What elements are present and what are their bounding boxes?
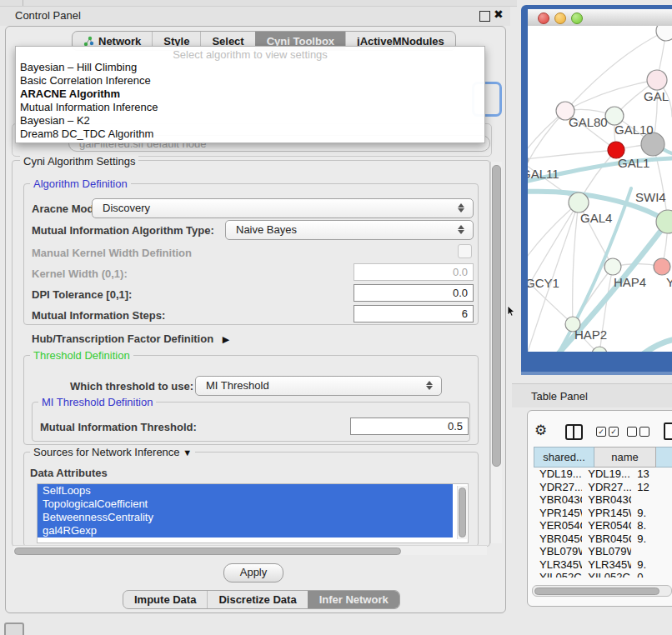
apply-button[interactable]: Apply xyxy=(223,563,283,582)
attribute-item-selfloops[interactable]: SelfLoops xyxy=(38,484,453,498)
attribute-item-topologicalcoefficient[interactable]: TopologicalCoefficient xyxy=(38,498,453,511)
node-label: GAL xyxy=(644,89,669,103)
network-view[interactable]: GALGAL80GAL10GAL1GAL11SWI4GAL4GCY1HAP4YH… xyxy=(528,26,672,352)
table-row[interactable]: YIL052CYIL052C0. xyxy=(534,571,672,578)
algorithm-option-bayesian-k2[interactable]: Bayesian – K2 xyxy=(16,114,484,128)
attributes-scrollbar-thumb[interactable] xyxy=(459,488,466,538)
node-label: GAL1 xyxy=(618,156,649,170)
algorithm-option-basic-correlation-inference[interactable]: Basic Correlation Inference xyxy=(16,74,484,88)
table-header-row: shared...nameA xyxy=(534,447,672,468)
node-label: GAL80 xyxy=(569,115,608,129)
column-header-name[interactable]: name xyxy=(594,447,656,468)
app-window: Control Panel ✖ NetworkStyleSelectCyni T… xyxy=(0,0,672,635)
dropdown-placeholder: Select algorithm to view settings xyxy=(16,47,484,61)
network-node[interactable] xyxy=(604,258,621,275)
table-cell: YER054C xyxy=(582,519,631,532)
zoom-window-icon[interactable] xyxy=(571,12,583,24)
table-row[interactable]: YBR045CYBR045C9. xyxy=(534,532,672,546)
table-row[interactable]: YBL079WYBL079W xyxy=(534,545,672,558)
algorithm-option-mutual-information-inference[interactable]: Mutual Information Inference xyxy=(16,101,484,114)
combobox-stepper-icon xyxy=(458,224,465,235)
table-hscrollbar-thumb[interactable] xyxy=(534,588,659,595)
top-strip-divider xyxy=(23,0,23,6)
table-cell: 9. xyxy=(631,507,672,520)
settings-scrollbar-track[interactable] xyxy=(490,162,502,543)
sources-legend[interactable]: Sources for Network Inference ▼ xyxy=(30,446,195,458)
column-header-a[interactable]: A xyxy=(656,447,672,468)
select-all-icon[interactable]: ✓ ✓ xyxy=(596,427,619,437)
network-icon xyxy=(83,36,94,47)
table-cell: YIL052C xyxy=(582,571,631,578)
settings-scrollbar-thumb[interactable] xyxy=(492,165,501,467)
table-cell: 9. xyxy=(631,532,672,546)
close-panel-icon[interactable]: ✖ xyxy=(494,8,504,21)
close-window-icon[interactable] xyxy=(538,12,549,24)
split-columns-icon[interactable] xyxy=(565,424,583,440)
network-window-titlebar[interactable] xyxy=(528,9,672,27)
aracne-mode-combobox[interactable]: Discovery xyxy=(92,198,474,218)
gear-icon[interactable]: ⚙ xyxy=(534,422,547,439)
table-row[interactable]: YPR145WYPR145W9. xyxy=(534,507,672,520)
network-node[interactable] xyxy=(592,347,607,352)
table-cell: 8. xyxy=(631,519,672,532)
which-threshold-combobox[interactable]: MI Threshold xyxy=(195,376,442,396)
mi-steps-label: Mutual Information Steps: xyxy=(32,309,165,322)
document-icon[interactable] xyxy=(664,422,672,440)
network-node[interactable] xyxy=(654,258,670,275)
table-hscrollbar-track[interactable] xyxy=(532,585,672,597)
settings-hscrollbar-track[interactable] xyxy=(13,545,487,555)
node-label: HAP2 xyxy=(574,328,607,342)
bottom-tab-impute-data[interactable]: Impute Data xyxy=(123,591,207,608)
table-row[interactable]: YDR27...YDR27...12 xyxy=(534,481,672,494)
bottom-tabs: Impute DataDiscretize DataInfer Network xyxy=(123,590,400,609)
network-node[interactable] xyxy=(656,26,672,41)
dpi-tolerance-field[interactable]: 0.0 xyxy=(354,284,474,302)
table-row[interactable]: YDL19...YDL19...13 xyxy=(534,468,672,481)
hub-definition-expander[interactable]: Hub/Transcription Factor Definition ▶ xyxy=(32,332,229,345)
table-row[interactable]: YBR043CYBR043C xyxy=(534,493,672,507)
collapsed-panel-grip[interactable] xyxy=(4,622,24,635)
network-node[interactable] xyxy=(569,192,589,212)
attribute-item-betweennesscentrality[interactable]: BetweennessCentrality xyxy=(38,511,453,524)
algorithm-option-aracne-algorithm[interactable]: ARACNE Algorithm xyxy=(16,88,484,101)
unchecked-box-icon xyxy=(627,427,637,437)
deselect-all-icon[interactable] xyxy=(627,427,649,437)
attribute-item-gal4rgexp[interactable]: gal4RGexp xyxy=(38,524,453,538)
bottom-tab-discretize-data[interactable]: Discretize Data xyxy=(207,591,307,608)
table-cell: YDL19... xyxy=(582,468,631,481)
table-cell: YBR043C xyxy=(582,493,631,507)
minimize-window-icon[interactable] xyxy=(554,12,566,24)
data-attributes-list[interactable]: SelfLoopsTopologicalCoefficientBetweenne… xyxy=(37,483,469,543)
node-label: Y xyxy=(666,275,672,289)
column-header-shared[interactable]: shared... xyxy=(534,447,594,468)
dropdown-items: Bayesian – Hill ClimbingBasic Correlatio… xyxy=(16,61,484,141)
table-cell: 12 xyxy=(631,481,672,494)
expand-arrow-icon: ▶ xyxy=(223,334,229,344)
bottom-tab-infer-network[interactable]: Infer Network xyxy=(308,591,399,608)
network-node[interactable] xyxy=(647,70,667,90)
algorithm-option-dream8-dc-tdc-algorithm[interactable]: Dream8 DC_TDC Algorithm xyxy=(16,128,484,141)
manual-kernel-checkbox[interactable] xyxy=(458,244,472,258)
mi-threshold-field[interactable]: 0.5 xyxy=(350,418,469,435)
manual-kernel-label: Manual Kernel Width Definition xyxy=(32,247,192,259)
table-cell: YIL052C xyxy=(534,571,582,578)
table-cell: YLR345W xyxy=(582,558,631,572)
attributes-scrollbar-track[interactable] xyxy=(457,486,467,539)
data-attributes-label: Data Attributes xyxy=(30,467,108,479)
table-row[interactable]: YER054CYER054C8. xyxy=(534,519,672,532)
mi-steps-field[interactable]: 6 xyxy=(354,305,474,322)
algorithm-dropdown[interactable]: Select algorithm to view settings Bayesi… xyxy=(15,46,485,143)
algorithm-option-bayesian-hill-climbing[interactable]: Bayesian – Hill Climbing xyxy=(16,61,484,74)
top-strip xyxy=(0,0,517,7)
settings-hscrollbar-thumb[interactable] xyxy=(14,548,401,555)
float-panel-icon[interactable] xyxy=(479,11,490,22)
mouse-cursor xyxy=(507,305,516,320)
kernel-width-field[interactable]: 0.0 xyxy=(354,263,474,281)
mi-type-combobox[interactable]: Naive Bayes xyxy=(225,220,474,240)
table-panel-titlebar: Table Panel xyxy=(512,383,672,408)
table-row[interactable]: YLR345WYLR345W9. xyxy=(534,558,672,572)
table-cell: 9. xyxy=(631,558,672,572)
mi-threshold-legend: MI Threshold Definition xyxy=(38,396,156,408)
table-cell: YPR145W xyxy=(582,507,631,520)
combobox-stepper-icon xyxy=(458,202,465,213)
